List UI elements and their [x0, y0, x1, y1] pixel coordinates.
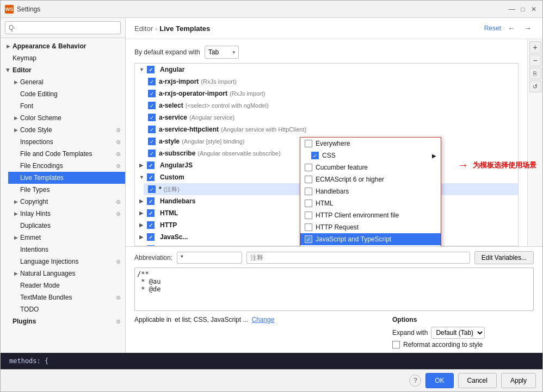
sidebar-item-intentions[interactable]: Intentions	[8, 244, 125, 256]
tpl-check-rxjs[interactable]: ✓	[148, 78, 156, 85]
close-button[interactable]: ✕	[529, 5, 538, 14]
spacer	[13, 282, 19, 289]
sidebar-label-inlay-hints: Inlay Hints	[20, 210, 114, 217]
nav-forward-button[interactable]: →	[522, 22, 534, 34]
copy-button[interactable]: ⎘	[529, 67, 541, 79]
sidebar-item-inspections[interactable]: Inspections ⚙	[8, 136, 125, 148]
tpl-check-subscribe[interactable]: ✓	[148, 150, 156, 157]
tpl-a-rxjs-operator-import[interactable]: ✓ a-rxjs-operator-import (RxJs import)	[144, 88, 518, 99]
sidebar-item-emmet[interactable]: ▶ Emmet	[8, 232, 125, 244]
group-html-check[interactable]: ✓	[147, 209, 155, 217]
apply-button[interactable]: Apply	[501, 373, 536, 388]
ctx-item-html[interactable]: HTML	[300, 197, 441, 209]
tpl-check-service[interactable]: ✓	[148, 114, 156, 121]
reformat-checkbox[interactable]	[392, 341, 400, 349]
description-input[interactable]	[246, 252, 470, 264]
sidebar-item-natural-languages[interactable]: ▶ Natural Languages	[8, 267, 125, 279]
sidebar-item-plugins[interactable]: Plugins ⚙	[1, 315, 125, 327]
ctx-label-js-ts: JavaScript and TypeScript	[316, 235, 391, 243]
group-http-check[interactable]: ✓	[147, 221, 155, 229]
ctx-check-http-env	[305, 211, 312, 219]
sidebar-item-keymap[interactable]: Keymap	[1, 52, 125, 64]
abbreviation-input[interactable]	[177, 252, 242, 264]
context-menu[interactable]: Everywhere ✓ CSS ▶ Cucumber feature E	[300, 137, 441, 246]
group-js1-check[interactable]: ✓	[147, 233, 155, 241]
tpl-a-service[interactable]: ✓ a-service (Angular service)	[144, 111, 518, 123]
ctx-item-ecma6[interactable]: ECMAScript 6 or higher	[300, 173, 441, 185]
minimize-button[interactable]: —	[508, 5, 516, 14]
reformat-label: Reformat according to style	[403, 341, 483, 349]
tpl-check-select[interactable]: ✓	[148, 102, 156, 109]
expand-with-select[interactable]: Tab Enter Space	[205, 46, 239, 59]
sidebar-item-reader-mode[interactable]: Reader Mode	[8, 279, 125, 291]
group-angularjs-label: AngularJS	[160, 161, 193, 169]
sidebar-item-editor[interactable]: ▶ Editor	[1, 64, 125, 76]
group-angularjs-check[interactable]: ✓	[147, 161, 155, 169]
tpl-check-rxjs-op[interactable]: ✓	[148, 90, 156, 97]
dialog-body: ▶ Appearance & Behavior Keymap ▶ Editor …	[1, 18, 542, 353]
group-js2-check[interactable]: ✓	[147, 245, 155, 246]
sidebar-item-code-editing[interactable]: Code Editing	[8, 88, 125, 100]
sidebar-item-duplicates[interactable]: Duplicates	[8, 220, 125, 232]
tpl-a-service-httpclient[interactable]: ✓ a-service-httpclient (Angular service …	[144, 123, 518, 135]
ctx-item-everywhere[interactable]: Everywhere	[300, 138, 441, 150]
sidebar-item-file-encodings[interactable]: File Encodings ⚙	[8, 160, 125, 172]
sidebar-item-general[interactable]: ▶ General	[8, 76, 125, 88]
tpl-check-svc-http[interactable]: ✓	[148, 126, 156, 133]
spacer	[5, 318, 11, 325]
sidebar-item-copyright[interactable]: ▶ Copyright ⚙	[8, 196, 125, 208]
app-icon: WS	[5, 5, 14, 14]
group-angular[interactable]: ▼ ✓ Angular	[135, 64, 518, 76]
sidebar-item-file-types[interactable]: File Types	[8, 184, 125, 196]
group-angular-check[interactable]: ✓	[147, 66, 155, 73]
search-input[interactable]	[5, 21, 121, 34]
sidebar-item-todo[interactable]: TODO	[8, 303, 125, 315]
tpl-a-rxjs-import[interactable]: ✓ a-rxjs-import (RxJs import)	[144, 76, 518, 88]
sidebar-item-live-templates[interactable]: Live Templates	[8, 172, 125, 184]
ok-button[interactable]: OK	[425, 373, 453, 388]
ctx-item-handlebars[interactable]: Handlebars	[300, 185, 441, 197]
options-title: Options	[392, 316, 534, 323]
ctx-item-http-env[interactable]: HTTP Client environment file	[300, 209, 441, 221]
sidebar-item-color-scheme[interactable]: ▶ Color Scheme	[8, 112, 125, 124]
tpl-check-star[interactable]: ✓	[148, 185, 156, 193]
add-button[interactable]: +	[529, 41, 541, 53]
expand-with-select-options[interactable]: Default (Tab) Tab Enter	[431, 327, 485, 339]
maximize-button[interactable]: □	[519, 5, 527, 14]
sidebar-item-file-code-templates[interactable]: File and Code Templates ⚙	[8, 148, 125, 160]
reformat-row: Reformat according to style	[392, 341, 534, 349]
sidebar-label-intentions: Intentions	[20, 246, 121, 253]
ctx-item-json[interactable]: JSON	[300, 245, 441, 246]
help-button[interactable]: ?	[409, 375, 421, 387]
template-text-area[interactable]: /** * @au * @de	[134, 267, 534, 311]
sidebar-item-inlay-hints[interactable]: ▶ Inlay Hints ⚙	[8, 208, 125, 220]
breadcrumb-separator: ›	[155, 24, 157, 33]
sidebar-item-appearance[interactable]: ▶ Appearance & Behavior	[1, 40, 125, 52]
cancel-button[interactable]: Cancel	[458, 373, 497, 388]
remove-button[interactable]: −	[529, 54, 541, 66]
sidebar-item-font[interactable]: Font	[8, 100, 125, 112]
expand-select-wrapper: Tab Enter Space	[205, 46, 239, 59]
reset-link[interactable]: Reset	[484, 24, 501, 32]
nav-back-button[interactable]: ←	[505, 22, 517, 34]
ctx-item-http-request[interactable]: HTTP Request	[300, 221, 441, 233]
ctx-label-http-env: HTTP Client environment file	[316, 211, 399, 219]
settings-icon-5: ⚙	[116, 199, 121, 205]
tpl-check-style[interactable]: ✓	[148, 138, 156, 145]
restore-button[interactable]: ↺	[529, 80, 541, 92]
ctx-item-cucumber[interactable]: Cucumber feature	[300, 161, 441, 173]
change-link[interactable]: Change	[251, 316, 274, 323]
ctx-item-css[interactable]: ✓ CSS ▶	[300, 150, 441, 161]
sidebar-item-code-style[interactable]: ▶ Code Style ⚙	[8, 124, 125, 136]
spacer	[13, 151, 19, 157]
spacer	[5, 55, 11, 61]
chevron-right-icon: ▶	[139, 163, 146, 168]
group-handlebars-check[interactable]: ✓	[147, 197, 155, 205]
tpl-a-select[interactable]: ✓ a-select (<select> control with ngMode…	[144, 99, 518, 111]
edit-variables-button[interactable]: Edit Variables...	[474, 251, 534, 264]
sidebar-item-textmate-bundles[interactable]: TextMate Bundles ⚙	[8, 291, 125, 303]
group-custom-check[interactable]: ✓	[147, 173, 155, 181]
sidebar-item-language-injections[interactable]: Language Injections ⚙	[8, 256, 125, 267]
ctx-item-js-ts[interactable]: ✓ JavaScript and TypeScript	[300, 233, 441, 245]
chevron-right-icon: ▶	[5, 43, 11, 49]
